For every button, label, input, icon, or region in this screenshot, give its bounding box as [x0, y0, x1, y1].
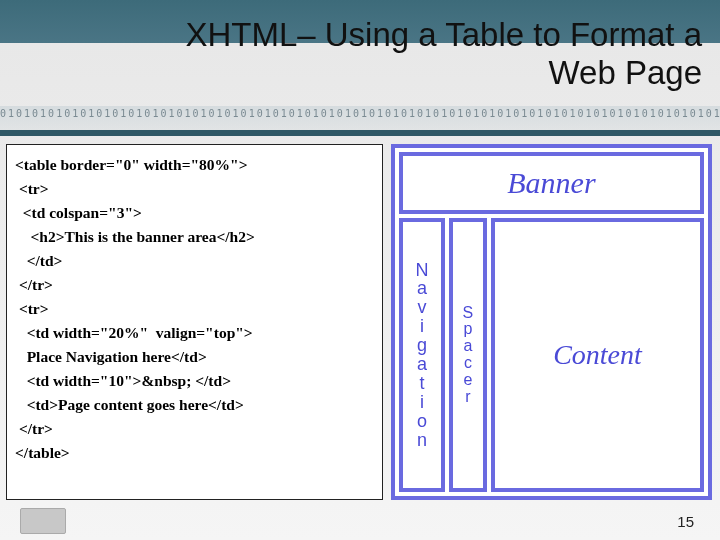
- code-line: <td width="20%" valign="top">: [15, 324, 253, 341]
- diagram-navigation-cell: Navigation: [399, 218, 445, 492]
- code-line: </table>: [15, 444, 70, 461]
- code-line: <h2>This is the banner area</h2>: [15, 228, 255, 245]
- slide-title: XHTML– Using a Table to Format a Web Pag…: [180, 16, 702, 92]
- code-line: Place Navigation here</td>: [15, 348, 207, 365]
- layout-diagram: Banner Navigation Spacer Content: [391, 144, 712, 500]
- diagram-body-row: Navigation Spacer Content: [399, 218, 704, 492]
- code-line: <td colspan="3">: [15, 204, 142, 221]
- code-sample-box: <table border="0" width="80%"> <tr> <td …: [6, 144, 383, 500]
- accent-bar: [0, 130, 720, 136]
- content-row: <table border="0" width="80%"> <tr> <td …: [6, 144, 712, 500]
- diagram-spacer-label: Spacer: [463, 305, 474, 406]
- code-line: <table border="0" width="80%">: [15, 156, 248, 173]
- code-line: </tr>: [15, 276, 53, 293]
- code-line: </tr>: [15, 420, 53, 437]
- page-number: 15: [677, 513, 694, 530]
- diagram-navigation-label: Navigation: [415, 261, 428, 450]
- code-line: <tr>: [15, 300, 49, 317]
- code-line: </td>: [15, 252, 62, 269]
- diagram-banner-cell: Banner: [399, 152, 704, 214]
- code-line: <td width="10">&nbsp; </td>: [15, 372, 231, 389]
- code-line: <tr>: [15, 180, 49, 197]
- diagram-spacer-cell: Spacer: [449, 218, 487, 492]
- diagram-content-cell: Content: [491, 218, 704, 492]
- footer-tab-decoration: [20, 508, 66, 534]
- code-line: <td>Page content goes here</td>: [15, 396, 244, 413]
